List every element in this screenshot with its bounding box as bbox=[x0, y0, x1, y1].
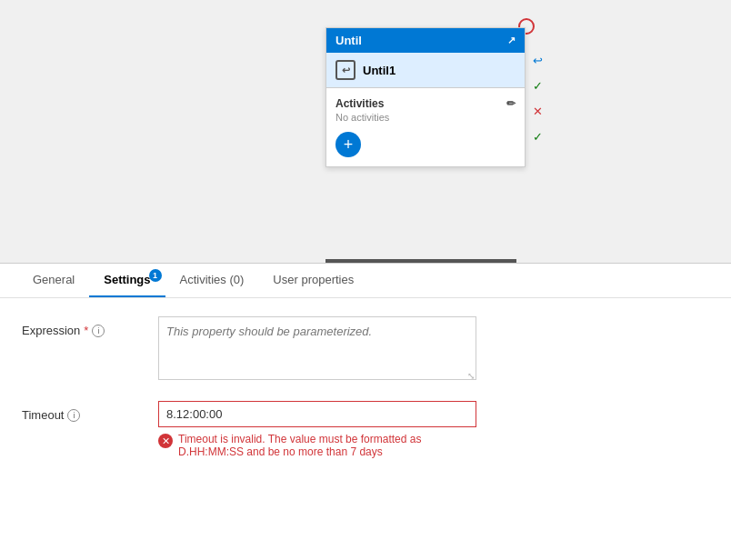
loop-icon: ↩ bbox=[335, 60, 355, 80]
timeout-info-icon[interactable]: i bbox=[67, 409, 80, 422]
add-activity-button[interactable]: + bbox=[335, 132, 361, 157]
textarea-wrapper: ⤡ bbox=[158, 316, 476, 383]
expand-icon[interactable]: ↗ bbox=[507, 35, 516, 46]
tab-settings[interactable]: Settings 1 bbox=[89, 264, 165, 297]
until-card: Until ↗ ↩ Until1 Activities ✏ No activit… bbox=[325, 27, 526, 167]
card-header: Until ↗ bbox=[326, 28, 525, 53]
activities-label: Activities ✏ bbox=[335, 97, 516, 110]
card-title-row: ↩ Until1 bbox=[326, 53, 525, 88]
card-bottom-bar bbox=[325, 259, 516, 263]
error-icon: ✕ bbox=[158, 434, 173, 448]
error-text: Timeout is invalid. The value must be fo… bbox=[178, 433, 476, 458]
side-icon-close[interactable]: ✕ bbox=[527, 101, 547, 121]
timeout-row: Timeout i ✕ Timeout is invalid. The valu… bbox=[22, 401, 709, 458]
required-indicator: * bbox=[84, 324, 88, 337]
tab-activities[interactable]: Activities (0) bbox=[165, 264, 259, 297]
form-area: Expression * i ⤡ Timeout i ✕ Timeout is … bbox=[0, 298, 731, 495]
tab-general[interactable]: General bbox=[18, 264, 89, 297]
card-title: Until1 bbox=[363, 64, 396, 77]
timeout-label: Timeout i bbox=[22, 401, 131, 422]
side-icon-check-2: ✓ bbox=[527, 126, 547, 146]
timeout-error: ✕ Timeout is invalid. The value must be … bbox=[158, 433, 476, 458]
resize-indicator: ⤡ bbox=[467, 371, 475, 381]
expression-info-icon[interactable]: i bbox=[92, 325, 105, 337]
expression-label: Expression * i bbox=[22, 316, 131, 337]
expression-input-wrapper: ⤡ bbox=[158, 316, 476, 383]
tabs-area: General Settings 1 Activities (0) User p… bbox=[0, 264, 731, 298]
side-icon-check-1: ✓ bbox=[527, 75, 547, 95]
expression-row: Expression * i ⤡ bbox=[22, 316, 709, 383]
edit-icon[interactable]: ✏ bbox=[506, 97, 516, 110]
side-icon-undo[interactable]: ↩ bbox=[527, 50, 547, 70]
activities-sub: No activities bbox=[335, 112, 516, 123]
card-side-icons: ↩ ✓ ✕ ✓ bbox=[527, 50, 547, 146]
card-header-title: Until bbox=[335, 34, 362, 47]
expression-textarea[interactable] bbox=[158, 316, 476, 380]
settings-badge: 1 bbox=[149, 269, 162, 282]
timeout-input-wrapper: ✕ Timeout is invalid. The value must be … bbox=[158, 401, 476, 458]
timeout-input[interactable] bbox=[158, 401, 476, 427]
tab-user-properties[interactable]: User properties bbox=[258, 264, 368, 297]
card-body: Activities ✏ No activities + bbox=[326, 88, 525, 166]
canvas-area: Until ↗ ↩ Until1 Activities ✏ No activit… bbox=[0, 0, 731, 264]
